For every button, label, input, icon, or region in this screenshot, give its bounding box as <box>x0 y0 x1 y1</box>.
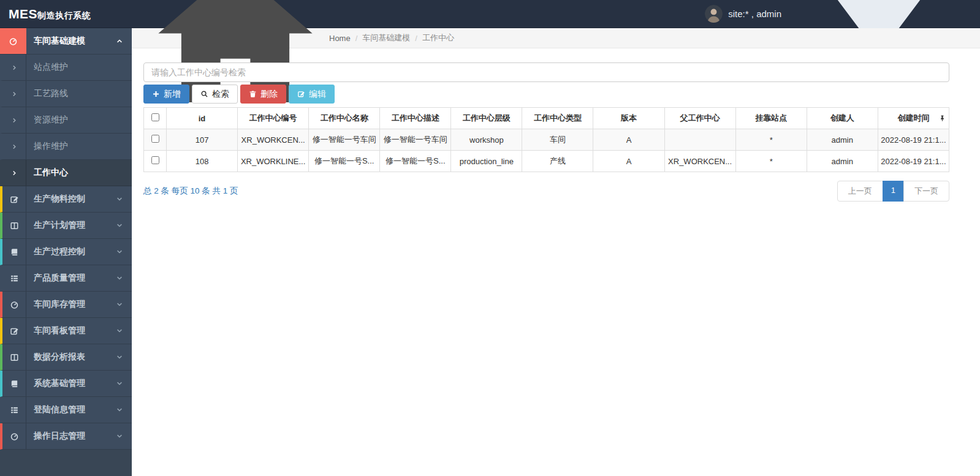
chevron-down-icon <box>116 195 123 203</box>
table-cell: 2022-08-19 21:1... <box>878 129 949 151</box>
toolbar-buttons: 新增检索删除编辑 <box>143 85 949 104</box>
chevron-up-icon <box>116 37 123 45</box>
table-cell: 修一智能一号车间 <box>309 129 380 151</box>
table-cell: A <box>593 151 664 172</box>
column-header: 工作中心编号 <box>238 108 309 129</box>
search-icon <box>200 90 208 98</box>
dashboard-icon <box>9 37 18 46</box>
chevron-right-icon <box>11 170 18 176</box>
page-content: 新增检索删除编辑 id工作中心编号工作中心名称工作中心描述工作中心层级工作中心类… <box>132 48 980 202</box>
sidebar-item-production-plan-management[interactable]: 生产计划管理 <box>0 213 132 239</box>
add-button[interactable]: 新增 <box>143 85 189 104</box>
sidebar-subitem-label: 工作中心 <box>26 167 132 178</box>
search-input[interactable] <box>143 62 949 82</box>
pagination-page-1-button[interactable]: 1 <box>883 181 904 202</box>
table-cell: production_line <box>451 151 522 172</box>
breadcrumb-item-module[interactable]: 车间基础建模 <box>362 32 410 43</box>
column-header: 挂靠站点 <box>735 108 807 129</box>
chevron-right-icon <box>11 91 18 97</box>
table-cell: XR_WORKLINE... <box>238 151 309 172</box>
sidebar-item-label: 车间库存管理 <box>26 299 116 310</box>
chevron-down-icon <box>116 433 123 440</box>
sidebar-subitem-work-center[interactable]: 工作中心 <box>0 160 132 186</box>
sidebar-item-data-analysis-report[interactable]: 数据分析报表 <box>0 344 132 371</box>
table-cell: admin <box>807 151 878 172</box>
pager: 上一页 1 下一页 <box>837 181 949 202</box>
sidebar-item-operation-log-management[interactable]: 操作日志管理 <box>0 423 132 450</box>
table-cell: XR_WORKCEN... <box>238 129 309 151</box>
sidebar-item-label: 产品质量管理 <box>26 273 116 284</box>
pagination-summary: 总 2 条 每页 10 条 共 1 页 <box>143 186 238 197</box>
sidebar-icon-cell <box>2 423 26 449</box>
column-header: 创建时间 <box>878 108 949 129</box>
pagination-next-button[interactable]: 下一页 <box>903 181 949 202</box>
row-checkbox[interactable] <box>151 156 159 164</box>
table-row[interactable]: 107XR_WORKCEN...修一智能一号车间修一智能一号车间workshop… <box>144 129 949 151</box>
chevron-down-icon <box>116 327 123 334</box>
table-cell: 2022-08-19 21:1... <box>878 151 949 172</box>
pagination-prev-button[interactable]: 上一页 <box>837 181 883 202</box>
column-header: 工作中心层级 <box>451 108 522 129</box>
sidebar-item-login-info-management[interactable]: 登陆信息管理 <box>0 397 132 423</box>
sidebar-subitem-operation-maintenance[interactable]: 操作维护 <box>0 134 132 160</box>
sidebar-item-workshop-modeling[interactable]: 车间基础建模 <box>0 28 132 55</box>
table-cell: 107 <box>167 129 238 151</box>
sidebar-subitem-resource-maintenance[interactable]: 资源维护 <box>0 107 132 134</box>
sidebar-item-product-quality-management[interactable]: 产品质量管理 <box>0 265 132 292</box>
column-header: 创建人 <box>807 108 878 129</box>
plus-icon <box>152 90 160 98</box>
sidebar-item-workshop-inventory-management[interactable]: 车间库存管理 <box>0 292 132 318</box>
user-label: site:* , admin <box>728 9 781 19</box>
edit-square-icon <box>297 90 305 98</box>
sidebar-subitem-process-route[interactable]: 工艺路线 <box>0 81 132 107</box>
body-row: 车间基础建模站点维护工艺路线资源维护操作维护工作中心生产物料控制生产计划管理生产… <box>0 28 980 476</box>
chevron-down-icon <box>116 380 123 387</box>
chevron-right-icon <box>11 143 18 150</box>
sidebar-subicon-cell <box>2 107 26 133</box>
sidebar: 车间基础建模站点维护工艺路线资源维护操作维护工作中心生产物料控制生产计划管理生产… <box>0 28 132 476</box>
sidebar-item-label: 生产物料控制 <box>26 194 116 205</box>
chevron-down-icon <box>116 406 123 414</box>
sidebar-item-label: 数据分析报表 <box>26 352 116 363</box>
sidebar-item-workshop-board-management[interactable]: 车间看板管理 <box>0 318 132 344</box>
sidebar-item-label: 生产过程控制 <box>26 246 116 257</box>
breadcrumb-home-label: Home <box>329 34 351 43</box>
list-icon <box>10 406 19 415</box>
sidebar-icon-cell <box>2 265 26 291</box>
table-cell <box>664 129 735 151</box>
chevron-down-icon <box>116 301 123 308</box>
table-cell: * <box>735 151 807 172</box>
sidebar-subicon-cell <box>2 134 26 159</box>
list-icon <box>10 274 19 283</box>
row-checkbox[interactable] <box>151 135 159 143</box>
delete-button[interactable]: 删除 <box>240 85 286 104</box>
column-header: 父工作中心 <box>664 108 735 129</box>
main-area: Home / 车间基础建模 / 工作中心 新增检索删除编辑 id工作中心编号工作… <box>132 28 980 476</box>
sidebar-item-production-material-control[interactable]: 生产物料控制 <box>0 186 132 213</box>
column-header: 工作中心描述 <box>380 108 451 129</box>
sidebar-icon-cell <box>2 397 26 423</box>
trash-icon <box>249 90 257 98</box>
chevron-down-icon <box>116 248 123 255</box>
app-logo[interactable]: MES制造执行系统 <box>9 7 91 21</box>
pagination-bar: 总 2 条 每页 10 条 共 1 页 上一页 1 下一页 <box>143 181 949 202</box>
sidebar-item-system-basic-management[interactable]: 系统基础管理 <box>0 371 132 397</box>
sidebar-item-label: 车间看板管理 <box>26 325 116 336</box>
sidebar-icon-cell <box>0 28 26 54</box>
edit-button[interactable]: 编辑 <box>289 85 335 104</box>
breadcrumb-separator: / <box>355 34 358 43</box>
search-button[interactable]: 检索 <box>192 85 238 104</box>
select-all-checkbox[interactable] <box>151 113 159 121</box>
column-header: 工作中心名称 <box>309 108 380 129</box>
dashboard-icon <box>10 432 19 441</box>
sidebar-item-label: 生产计划管理 <box>26 220 116 231</box>
sidebar-subitem-label: 站点维护 <box>26 62 132 73</box>
table-row[interactable]: 108XR_WORKLINE...修一智能一号S...修一智能一号S...pro… <box>144 151 949 172</box>
sidebar-subicon-cell <box>2 81 26 107</box>
table-body: 107XR_WORKCEN...修一智能一号车间修一智能一号车间workshop… <box>144 129 949 172</box>
sidebar-subitem-site-maintenance[interactable]: 站点维护 <box>0 55 132 81</box>
table-cell: 108 <box>167 151 238 172</box>
table-cell: 产线 <box>522 151 593 172</box>
sidebar-item-production-process-control[interactable]: 生产过程控制 <box>0 239 132 265</box>
column-header: 工作中心类型 <box>522 108 593 129</box>
